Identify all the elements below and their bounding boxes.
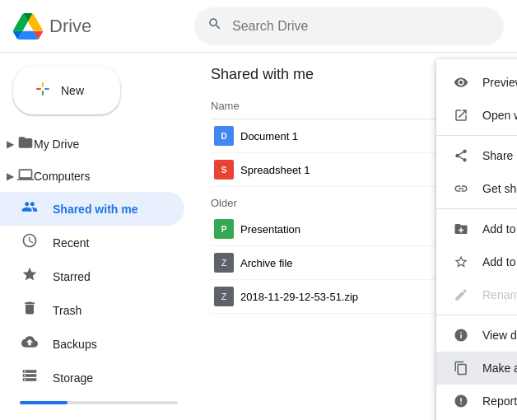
link-icon: [453, 180, 469, 197]
menu-divider: [436, 315, 517, 315]
sidebar-item-label-starred: Starred: [53, 270, 91, 283]
eye-icon: [453, 74, 469, 91]
menu-item-label: Add to Starred: [482, 255, 517, 268]
expand-arrow-icon: ▶: [7, 138, 14, 150]
report-icon: [453, 393, 469, 409]
menu-item-label: Share: [482, 149, 513, 162]
clock-icon: [20, 232, 40, 253]
people-icon: [20, 198, 40, 219]
sidebar-item-computers[interactable]: ▶ Computers: [0, 160, 184, 192]
computer-icon: [17, 166, 34, 185]
file-icon: S: [214, 160, 234, 180]
sidebar-item-recent[interactable]: Recent: [0, 226, 184, 259]
file-name: Archive file: [240, 257, 293, 269]
main-content: Shared with me Name D Document 1 S Sprea…: [198, 53, 517, 420]
sidebar-item-label-computers: Computers: [34, 170, 90, 183]
file-name: Document 1: [240, 130, 298, 142]
menu-item-get-link[interactable]: Get shareable link: [436, 172, 517, 205]
search-icon: [207, 16, 222, 35]
info-icon: [453, 327, 469, 343]
file-icon: D: [214, 126, 234, 146]
sidebar-item-storage[interactable]: Storage: [0, 361, 184, 394]
plus-icon: [33, 79, 53, 101]
header: Drive: [0, 0, 517, 53]
sidebar-item-my-drive[interactable]: ▶ My Drive: [0, 128, 184, 160]
share-icon: [453, 147, 469, 164]
menu-item-preview[interactable]: Preview: [436, 66, 517, 99]
menu-item-make-copy[interactable]: Make a copy: [436, 352, 517, 385]
search-bar[interactable]: [194, 7, 504, 45]
file-icon: Z: [214, 287, 234, 306]
menu-item-label: Make a copy: [482, 362, 517, 375]
sidebar-item-label-storage: Storage: [53, 371, 93, 385]
file-name: 2018-11-29-12-53-51.zip: [240, 291, 358, 303]
star-icon: [20, 266, 40, 287]
storage-bar-bg: [20, 401, 178, 404]
menu-item-view-details[interactable]: View details: [436, 319, 517, 352]
storage-bar-container: [20, 401, 178, 404]
menu-item-label: Open with: [482, 109, 517, 122]
star-outline-icon: [453, 254, 469, 270]
sidebar-item-backups[interactable]: Backups: [0, 327, 184, 361]
add-drive-icon: [453, 221, 469, 237]
menu-item-label: Preview: [482, 76, 517, 89]
menu-divider: [436, 208, 517, 209]
sidebar: New ▶ My Drive ▶ Computers Shared with m…: [0, 53, 198, 420]
sidebar-item-label-my-drive: My Drive: [34, 138, 79, 151]
menu-item-label: Rename: [482, 288, 517, 301]
svg-rect-1: [42, 82, 44, 87]
copy-icon: [453, 360, 469, 376]
backup-icon: [20, 334, 40, 354]
svg-rect-2: [42, 91, 44, 96]
logo-area: Drive: [13, 12, 194, 41]
menu-item-label: Get shareable link: [482, 182, 517, 195]
context-menu: Preview Open with › Share: [436, 59, 517, 420]
svg-rect-3: [44, 88, 49, 90]
new-button[interactable]: New: [13, 66, 120, 114]
app-title: Drive: [49, 16, 91, 37]
sidebar-item-label-backups: Backups: [53, 338, 97, 351]
menu-item-label: Report abuse: [482, 394, 517, 408]
menu-item-add-to-drive[interactable]: Add to My Drive: [436, 212, 517, 245]
menu-item-report-abuse[interactable]: Report abuse: [436, 385, 517, 418]
menu-item-label: Add to My Drive: [482, 222, 517, 236]
menu-item-add-starred[interactable]: Add to Starred: [436, 245, 517, 278]
folder-icon: [17, 134, 34, 153]
sidebar-item-shared-with-me[interactable]: Shared with me: [0, 192, 184, 226]
file-icon: Z: [214, 253, 234, 273]
trash-icon: [20, 300, 40, 320]
svg-rect-0: [36, 88, 41, 90]
new-button-label: New: [61, 84, 84, 97]
storage-icon: [20, 367, 40, 388]
drive-logo-icon: [13, 12, 43, 41]
sidebar-item-starred[interactable]: Starred: [0, 259, 184, 293]
menu-item-share[interactable]: Share: [436, 139, 517, 172]
sidebar-item-label-trash: Trash: [53, 304, 82, 317]
expand-arrow-icon: ▶: [7, 170, 14, 182]
sidebar-item-trash[interactable]: Trash: [0, 293, 184, 327]
menu-item-open-with[interactable]: Open with ›: [436, 99, 517, 132]
search-input[interactable]: [232, 19, 491, 34]
col-name: Name: [211, 100, 240, 112]
layout: New ▶ My Drive ▶ Computers Shared with m…: [0, 53, 517, 420]
file-icon: P: [214, 219, 234, 239]
open-icon: [453, 107, 469, 124]
menu-item-rename: Rename: [436, 278, 517, 311]
menu-item-label: View details: [482, 329, 517, 342]
menu-divider: [436, 135, 517, 136]
file-name: Presentation: [240, 223, 300, 236]
file-name: Spreadsheet 1: [240, 164, 310, 176]
sidebar-item-label-shared-with-me: Shared with me: [53, 203, 137, 216]
rename-icon: [453, 287, 469, 303]
storage-bar-fill: [20, 401, 68, 404]
sidebar-item-label-recent: Recent: [53, 236, 89, 250]
